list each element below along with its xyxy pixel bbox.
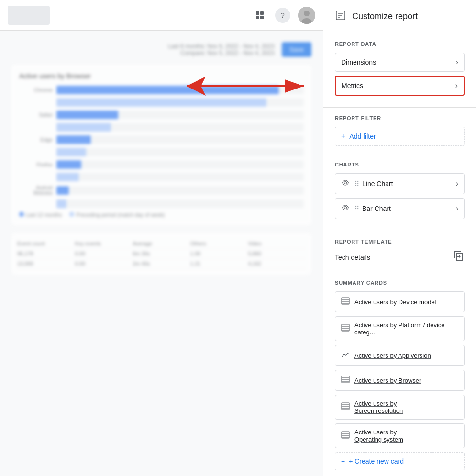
chevron-right-bar-icon: › [456, 204, 458, 213]
three-dots-screen[interactable]: ⋮ [450, 402, 458, 412]
card-device-model-label: Active users by Device model [354, 299, 450, 306]
template-name: Tech details [335, 254, 370, 261]
panel-title: Customize report [352, 11, 418, 22]
card-os[interactable]: Active users byOperating system ⋮ [335, 423, 465, 448]
bar-row-edge: Edge [19, 135, 304, 144]
bar-row-android-2 [19, 199, 304, 208]
chevron-right-line-icon: › [456, 179, 458, 188]
report-filter-section: REPORT FILTER +Add filter [323, 108, 476, 154]
table-icon-platform [341, 324, 350, 333]
svg-rect-1 [260, 11, 264, 15]
panel-header: Customize report [323, 0, 476, 33]
chart-legend: Last 12 months Preceding period (match d… [19, 212, 304, 218]
three-dots-os[interactable]: ⋮ [450, 431, 458, 441]
three-dots-platform[interactable]: ⋮ [450, 323, 458, 334]
metrics-menu-item[interactable]: Metrics › [335, 76, 465, 96]
drag-icon-bar: ⠿ [354, 205, 359, 212]
svg-rect-0 [256, 11, 259, 15]
table-row-1: 96,1780.006m 30s1.005,860 [17, 249, 306, 259]
line-icon-app [341, 351, 350, 360]
three-dots-browser[interactable]: ⋮ [450, 375, 458, 386]
template-copy-icon[interactable] [453, 250, 465, 264]
card-browser[interactable]: Active users by Browser ⋮ [335, 370, 465, 391]
svg-point-14 [344, 207, 347, 209]
table-header: Event countKey eventsAverageOthersVideo [17, 239, 306, 249]
arrow-annotation [167, 67, 311, 107]
drag-icon-line: ⠿ [354, 180, 359, 188]
card-screen-resolution-label: Active users byScreen resolution [354, 400, 450, 414]
card-platform-label: Active users by Platform / device categ.… [354, 321, 450, 336]
metrics-label: Metrics [342, 82, 363, 89]
table-icon-browser [341, 376, 350, 385]
svg-rect-2 [256, 16, 259, 19]
table-icon-os [341, 431, 350, 441]
card-platform[interactable]: Active users by Platform / device categ.… [335, 316, 465, 341]
summary-cards-section: SUMMARY CARDS Active users by Device mod… [323, 272, 476, 476]
card-screen-resolution[interactable]: Active users byScreen resolution ⋮ [335, 395, 465, 420]
help-icon[interactable]: ? [275, 8, 290, 23]
report-data-section: REPORT DATA Dimensions › Metrics › [323, 33, 476, 108]
avatar[interactable] [298, 7, 315, 24]
charts-label: CHARTS [335, 162, 465, 167]
line-chart-item[interactable]: ⠿ Line Chart › [335, 173, 465, 194]
summary-cards-label: SUMMARY CARDS [335, 280, 465, 286]
logo [8, 6, 50, 25]
table-area: Event countKey eventsAverageOthersVideo … [11, 233, 311, 275]
card-browser-label: Active users by Browser [354, 377, 450, 384]
bar-row-safari: Safari [19, 111, 304, 119]
plus-filter-icon: + [341, 132, 345, 141]
table-icon-device [341, 297, 350, 307]
report-icon [335, 10, 346, 23]
bar-chart-label: Bar Chart [362, 205, 391, 212]
create-new-card-button[interactable]: + + Create new card [335, 452, 465, 470]
dimensions-menu-item[interactable]: Dimensions › [335, 53, 465, 72]
three-dots-app[interactable]: ⋮ [450, 350, 458, 361]
report-template-label: REPORT TEMPLATE [335, 239, 465, 244]
bar-row-safari-2 [19, 123, 304, 132]
card-app-version-label: Active users by App version [354, 352, 450, 359]
report-data-label: REPORT DATA [335, 41, 465, 47]
eye-icon-bar [341, 203, 350, 214]
svg-point-13 [344, 182, 347, 184]
card-app-version[interactable]: Active users by App version ⋮ [335, 345, 465, 366]
grid-icon[interactable] [252, 8, 267, 23]
add-filter-button[interactable]: +Add filter [335, 127, 465, 146]
eye-icon-line [341, 178, 350, 189]
save-button[interactable]: Save [282, 42, 311, 57]
bar-row-firefox-2 [19, 173, 304, 181]
line-chart-label: Line Chart [362, 180, 393, 188]
bar-row-android: Android Webview [19, 185, 304, 196]
top-bar: ? [0, 0, 323, 31]
report-filter-label: REPORT FILTER [335, 115, 465, 121]
chevron-right-icon: › [456, 58, 458, 66]
report-template-section: REPORT TEMPLATE Tech details [323, 231, 476, 272]
chevron-right-metrics-icon: › [455, 81, 458, 90]
dimensions-label: Dimensions [341, 58, 376, 66]
table-row-2: 13,0000.002m 40s1.214,162 [17, 259, 306, 269]
customize-report-panel: Customize report REPORT DATA Dimensions … [323, 0, 476, 476]
bar-row-edge-2 [19, 148, 304, 156]
svg-point-5 [304, 11, 310, 16]
bar-row-firefox: Firefox [19, 160, 304, 169]
plus-card-icon: + [341, 457, 345, 465]
card-device-model[interactable]: Active users by Device model ⋮ [335, 291, 465, 312]
table-icon-screen [341, 402, 350, 412]
svg-rect-3 [260, 16, 264, 19]
bar-chart-item[interactable]: ⠿ Bar Chart › [335, 198, 465, 219]
three-dots-device[interactable]: ⋮ [450, 297, 458, 307]
date-text: Last 6 months: Nov 6, 2022 - Nov 4, 2023… [168, 43, 274, 56]
charts-section: CHARTS ⠿ Line Chart › ⠿ [323, 154, 476, 231]
create-card-label: + Create new card [349, 457, 404, 465]
card-os-label: Active users byOperating system [354, 429, 450, 443]
